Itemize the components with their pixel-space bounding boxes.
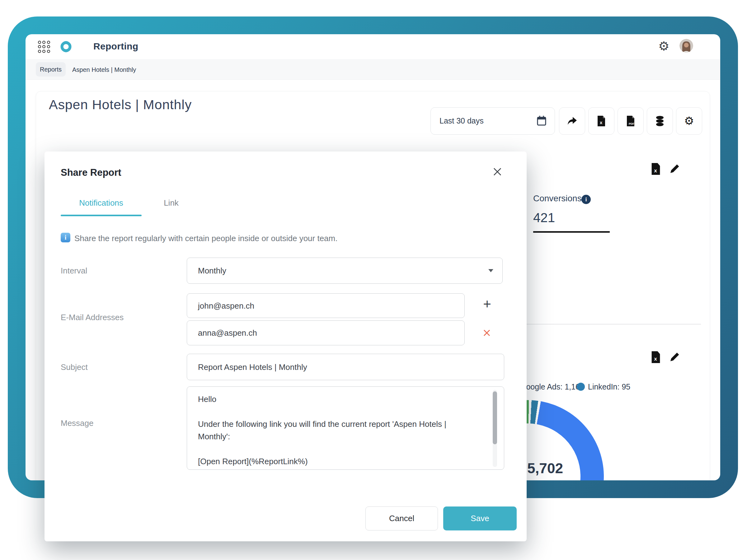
message-textarea[interactable]: Hello Under the following link you will …: [187, 386, 504, 470]
conversions-info-icon[interactable]: i: [582, 195, 591, 204]
active-tab-underline: [61, 215, 141, 216]
report-settings-button[interactable]: ⚙: [676, 107, 702, 135]
remove-x-icon: [483, 329, 491, 337]
svg-text:x: x: [600, 120, 602, 125]
breadcrumb: Reports Aspen Hotels | Monthly: [26, 59, 720, 80]
email-value-1: john@aspen.ch: [198, 301, 254, 311]
conversions-label: Conversions: [533, 193, 582, 204]
brand-logo-icon: [57, 40, 75, 55]
subject-label: Subject: [61, 363, 88, 372]
add-email-button[interactable]: +: [480, 296, 495, 312]
tab-notifications[interactable]: Notifications: [61, 198, 141, 208]
date-range-value: Last 30 days: [439, 116, 484, 125]
modal-info-text: Share the report regularly with certain …: [74, 234, 337, 243]
donut-center-value: 5,702: [527, 460, 563, 477]
cancel-button[interactable]: Cancel: [365, 506, 438, 530]
legend-dot-linkedin: [577, 383, 585, 391]
data-source-button[interactable]: [647, 107, 673, 135]
interval-label: Interval: [61, 266, 87, 276]
export-excel-button[interactable]: x: [588, 107, 614, 135]
scrollbar-track[interactable]: [493, 390, 497, 467]
database-icon: [655, 116, 665, 126]
section-divider: [526, 324, 701, 324]
pdf-file-icon: PDF: [626, 115, 635, 127]
chart-export-icon[interactable]: x: [650, 351, 661, 365]
info-icon: i: [61, 233, 70, 242]
email-value-2: anna@aspen.ch: [198, 328, 257, 338]
gear-icon: ⚙: [684, 114, 694, 128]
message-text: Hello Under the following link you will …: [198, 393, 486, 468]
legend-google-ads: Google Ads: 1,169: [520, 382, 584, 391]
legend-linkedin: LinkedIn: 95: [588, 382, 630, 391]
interval-value: Monthly: [198, 266, 226, 276]
conversions-underline: [533, 231, 610, 233]
page-title: Aspen Hotels | Monthly: [49, 97, 192, 112]
breadcrumb-item-reports[interactable]: Reports: [36, 62, 66, 77]
modal-title: Share Report: [61, 167, 121, 178]
svg-text:PDF: PDF: [629, 122, 635, 125]
app-title: Reporting: [93, 41, 138, 52]
share-report-button[interactable]: [559, 107, 585, 135]
interval-select[interactable]: Monthly: [187, 258, 503, 284]
calendar-icon: [537, 115, 546, 126]
save-button[interactable]: Save: [443, 506, 517, 530]
excel-file-icon: x: [597, 115, 606, 127]
conversions-value: 421: [533, 210, 555, 225]
settings-gear-icon[interactable]: ⚙: [658, 38, 670, 54]
widget-edit-pencil-icon[interactable]: [669, 163, 680, 177]
date-range-picker[interactable]: Last 30 days: [431, 107, 555, 135]
message-label: Message: [61, 419, 94, 428]
subject-input[interactable]: Report Aspen Hotels | Monthly: [187, 354, 504, 380]
chevron-down-icon: [488, 269, 494, 272]
email-addresses-label: E-Mail Addresses: [61, 313, 124, 322]
subject-value: Report Aspen Hotels | Monthly: [198, 362, 307, 372]
export-pdf-button[interactable]: PDF: [618, 107, 644, 135]
svg-text:x: x: [654, 356, 657, 362]
chart-edit-pencil-icon[interactable]: [669, 351, 680, 365]
svg-text:x: x: [654, 168, 657, 174]
tab-link[interactable]: Link: [154, 198, 188, 208]
close-icon[interactable]: [492, 166, 505, 179]
remove-email-button[interactable]: [481, 327, 493, 339]
share-arrow-icon: [567, 116, 577, 126]
user-avatar[interactable]: [679, 39, 693, 53]
breadcrumb-item-current[interactable]: Aspen Hotels | Monthly: [72, 66, 136, 74]
scrollbar-thumb[interactable]: [493, 391, 497, 444]
email-input-1[interactable]: john@aspen.ch: [187, 293, 465, 318]
share-report-modal: Share Report Notifications Link i Share …: [45, 152, 526, 541]
app-grid-icon[interactable]: [38, 41, 50, 53]
email-input-2[interactable]: anna@aspen.ch: [187, 320, 465, 345]
widget-export-icon[interactable]: x: [650, 163, 661, 177]
